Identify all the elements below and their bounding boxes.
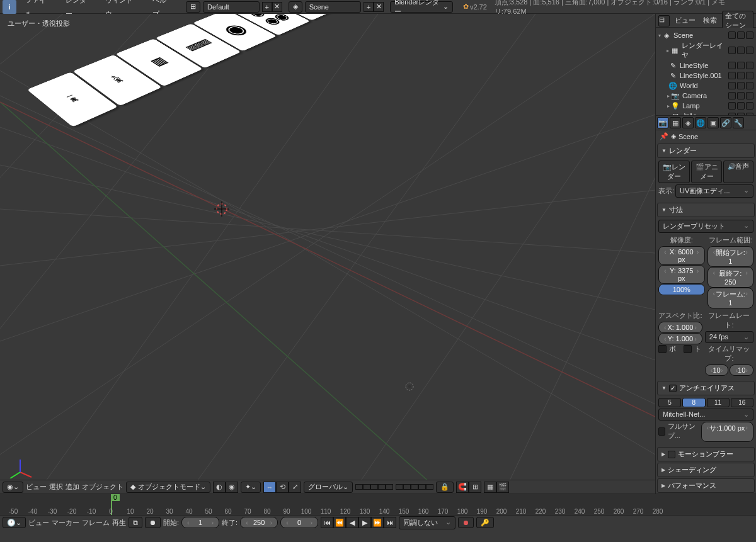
screen-layout-select[interactable]: Default — [203, 1, 260, 13]
fullsample-checkbox[interactable] — [658, 427, 665, 436]
crop-checkbox[interactable] — [684, 345, 692, 353]
play[interactable]: ▶ — [358, 517, 371, 528]
resolution-percent[interactable]: 100% — [658, 284, 705, 295]
outliner-search-menu[interactable]: 検索 — [701, 16, 719, 25]
pin-icon[interactable]: 📌 — [660, 132, 668, 140]
autokey-icon[interactable]: ⏺ — [145, 517, 161, 528]
jump-start[interactable]: ⏮ — [321, 517, 333, 528]
keyframe-next[interactable]: ⏩ — [371, 517, 384, 528]
panel-shading-header[interactable]: シェーディング — [657, 463, 755, 477]
timeremap-new[interactable]: 10 — [730, 364, 753, 376]
prop-tab-scene[interactable]: ◈ — [682, 117, 694, 128]
pivot-select[interactable]: ✦⌄ — [241, 482, 261, 493]
orientation-select[interactable]: グローバル ⌄ — [304, 482, 353, 493]
outliner-item[interactable]: ▸▽ヤ1a — [658, 111, 753, 116]
framerate-select[interactable]: 24 fps — [705, 331, 753, 343]
outliner-item[interactable]: ▸📷Camera — [658, 91, 753, 101]
scene-icon[interactable]: ◈ — [289, 1, 302, 13]
frame-step-field[interactable]: フレーム: 1 — [707, 288, 754, 308]
end-frame-field[interactable]: 250 — [240, 517, 278, 528]
timeline-editor-icon[interactable]: 🕐⌄ — [3, 517, 26, 528]
scene-select[interactable]: Scene — [305, 1, 362, 13]
outliner-item[interactable]: ▸💡Lamp — [658, 101, 753, 111]
lock-camera-icon[interactable]: 🔒 — [436, 482, 454, 493]
outliner-item[interactable]: ✎LineStyle.001 — [658, 71, 753, 81]
prop-tab-world[interactable]: 🌐 — [695, 117, 706, 128]
panel-antialias-header[interactable]: アンチエイリアス — [657, 381, 755, 395]
layer-buttons-2[interactable] — [396, 484, 433, 490]
view3d-menu-select[interactable]: 選択 — [49, 482, 63, 492]
view3d-menu-object[interactable]: オブジェクト — [82, 482, 123, 492]
timeline-playback-menu[interactable]: 再生 — [112, 518, 126, 528]
view3d-menu-view[interactable]: ビュー — [26, 482, 47, 492]
aspect-y-field[interactable]: Y: 1.000 — [658, 333, 702, 344]
panel-render-header[interactable]: レンダー — [657, 144, 755, 158]
panel-performance-header[interactable]: パフォーマンス — [657, 478, 755, 493]
prop-tab-constraint[interactable]: 🔗 — [720, 117, 731, 128]
layout-add[interactable]: + — [262, 2, 272, 12]
prop-tab-renderlayer[interactable]: ▦ — [670, 117, 681, 128]
current-frame-field[interactable]: 0 — [280, 517, 318, 528]
aa-sample-11[interactable]: 11 — [707, 398, 730, 407]
snap-buttons[interactable]: 🧲⊞ — [456, 482, 481, 493]
aa-filter-select[interactable]: Mitchell-Net... — [658, 409, 753, 421]
timeline-marker-menu[interactable]: マーカー — [52, 518, 79, 528]
layout-delete[interactable]: ✕ — [272, 2, 282, 12]
aa-sample-8[interactable]: 8 — [682, 398, 705, 407]
layer-buttons[interactable] — [355, 484, 393, 490]
prop-tab-modifier[interactable]: 🔧 — [733, 117, 744, 128]
render-button[interactable]: 📷レンダー — [658, 161, 690, 183]
prop-tab-render[interactable]: 📷 — [657, 117, 668, 128]
aspect-x-field[interactable]: X: 1.000 — [658, 322, 702, 333]
start-frame-field[interactable]: 1 — [181, 517, 219, 528]
shading-mode-buttons[interactable]: ◐◉ — [213, 482, 238, 493]
panel-dimensions-header[interactable]: 寸法 — [657, 203, 755, 217]
sync-select[interactable]: 同調しない — [399, 516, 455, 529]
jump-end[interactable]: ⏭ — [384, 517, 396, 528]
keyframe-prev[interactable]: ⏪ — [333, 517, 346, 528]
timeline-range-icon[interactable]: ⧉ — [129, 517, 142, 528]
frame-end-field[interactable]: 最終フ: 250 — [707, 267, 754, 288]
render-preview-buttons[interactable]: ▦🎬 — [484, 482, 509, 493]
antialias-enable-checkbox[interactable] — [669, 385, 677, 392]
view3d-menu-add[interactable]: 追加 — [66, 482, 79, 492]
outliner-item[interactable]: 🌐World — [658, 81, 753, 91]
display-select[interactable]: UV画像エディ... — [675, 184, 753, 198]
audio-button[interactable]: 🔊音声 — [723, 161, 753, 183]
aa-sample-16[interactable]: 16 — [731, 398, 753, 407]
resolution-x-field[interactable]: X: 6000 px — [658, 246, 705, 265]
keying-set-icon[interactable]: 🔑 — [476, 517, 494, 528]
play-reverse[interactable]: ◀ — [346, 517, 358, 528]
outliner-item[interactable]: ▾◈Scene — [658, 30, 753, 40]
blender-logo[interactable]: i — [3, 0, 16, 14]
frame-start-field[interactable]: 開始フレ: 1 — [707, 246, 754, 267]
outliner-item[interactable]: ▸▦レンダーレイヤ — [658, 40, 753, 60]
editor-type-icon[interactable]: ◉⌄ — [3, 482, 23, 493]
screen-layout-icon[interactable]: ⊞ — [186, 1, 200, 13]
border-checkbox[interactable] — [658, 345, 667, 353]
3d-viewport[interactable]: ユーザー・透視投影 — [0, 14, 655, 494]
timeline-view-menu[interactable]: ビュー — [28, 518, 49, 528]
mode-select[interactable]: ◆ オブジェクトモード ⌄ — [126, 482, 210, 493]
timeline-frame-menu[interactable]: フレーム — [82, 518, 110, 528]
aa-size-field[interactable]: サ:1.000 px — [701, 422, 754, 442]
aa-sample-5[interactable]: 5 — [658, 398, 681, 407]
resolution-y-field[interactable]: Y: 3375 px — [658, 265, 705, 284]
manipulator-buttons[interactable]: ↔⟲⤢ — [263, 482, 301, 493]
render-preset-select[interactable]: レンダープリセット — [658, 220, 753, 233]
outliner[interactable]: ▾◈Scene▸▦レンダーレイヤ✎LineStyle✎LineStyle.001… — [656, 28, 756, 116]
motionblur-checkbox[interactable] — [668, 451, 675, 458]
timeline-ruler[interactable]: 0 -50-40-30-20-1001020304050607080901001… — [0, 494, 756, 516]
panel-motionblur-header[interactable]: モーションブラー — [657, 447, 755, 461]
prop-tab-object[interactable]: ▣ — [707, 117, 719, 128]
render-engine-select[interactable]: Blenderレンダー ⌄ — [390, 1, 453, 13]
timeremap-old[interactable]: 10 — [705, 364, 729, 376]
autokey-button[interactable]: ⏺ — [458, 517, 474, 528]
scene-add[interactable]: + — [364, 2, 374, 12]
outliner-item[interactable]: ✎LineStyle — [658, 60, 753, 71]
animation-button[interactable]: 🎬アニメー — [691, 161, 723, 183]
outliner-view-menu[interactable]: ビュー — [672, 16, 698, 25]
properties-panel[interactable]: レンダー 📷レンダー 🎬アニメー 🔊音声 表示: UV画像エディ... 寸法 — [656, 142, 756, 494]
scene-delete[interactable]: ✕ — [374, 2, 384, 12]
outliner-editor-icon[interactable]: ⊟ — [658, 15, 670, 26]
